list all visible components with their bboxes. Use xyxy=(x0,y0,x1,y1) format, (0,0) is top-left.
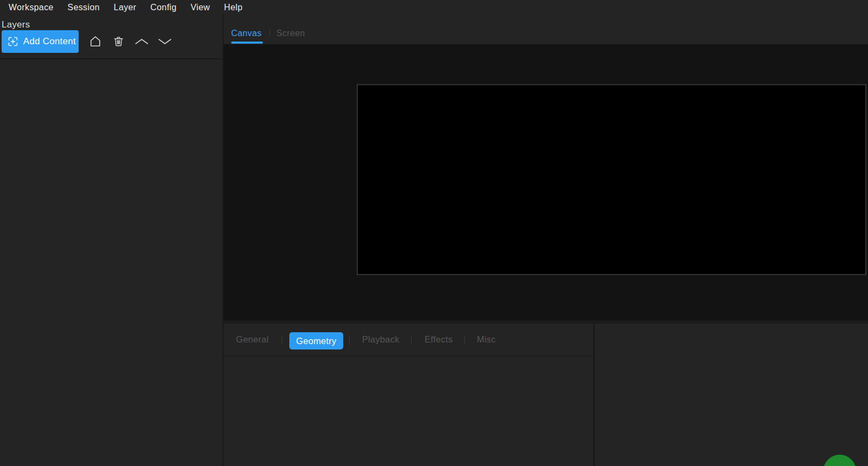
chevron-down-icon xyxy=(157,37,173,46)
properties-tab-divider xyxy=(464,335,465,344)
home-icon xyxy=(88,35,102,49)
tab-screen[interactable]: Screen xyxy=(276,29,305,38)
move-layer-down-button[interactable] xyxy=(153,30,176,53)
menu-config[interactable]: Config xyxy=(150,3,177,12)
viewport-tab-bar: Canvas Screen xyxy=(224,15,868,44)
menu-workspace[interactable]: Workspace xyxy=(9,3,53,12)
tab-general[interactable]: General xyxy=(236,324,269,355)
viewport-tab-divider xyxy=(269,29,270,38)
geometry-properties-body xyxy=(224,357,593,466)
menu-layer[interactable]: Layer xyxy=(114,3,136,12)
add-content-icon xyxy=(8,36,18,47)
menu-bar: Workspace Session Layer Config View Help xyxy=(0,0,868,15)
trash-icon xyxy=(112,35,125,48)
properties-tab-bar: General Geometry Playback Effects Misc xyxy=(224,324,593,355)
properties-tab-divider xyxy=(349,335,350,344)
layers-panel: Layers Add Content xyxy=(0,15,223,466)
add-content-label: Add Content xyxy=(23,36,76,47)
properties-tab-divider xyxy=(411,335,412,344)
tab-playback[interactable]: Playback xyxy=(362,324,399,355)
layers-toolbar: Add Content xyxy=(2,30,176,53)
delete-layer-button[interactable] xyxy=(107,30,130,53)
chevron-up-icon xyxy=(134,37,150,46)
tab-geometry[interactable]: Geometry xyxy=(289,332,343,350)
properties-panel: General Geometry Playback Effects Misc xyxy=(224,324,593,466)
add-content-button[interactable]: Add Content xyxy=(2,30,79,53)
move-layer-up-button[interactable] xyxy=(130,30,153,53)
green-action-fab[interactable] xyxy=(823,455,856,466)
menu-session[interactable]: Session xyxy=(67,3,100,12)
menu-help[interactable]: Help xyxy=(224,3,243,12)
layer-list-empty[interactable] xyxy=(0,59,223,466)
canvas-viewport[interactable] xyxy=(224,44,868,320)
bottom-right-panel xyxy=(595,324,868,466)
tab-misc[interactable]: Misc xyxy=(477,324,496,355)
layers-panel-title: Layers xyxy=(2,19,30,30)
screen-rectangle[interactable] xyxy=(357,84,866,275)
properties-tab-divider xyxy=(282,335,282,344)
home-button[interactable] xyxy=(84,30,107,53)
tab-canvas[interactable]: Canvas xyxy=(231,29,262,38)
menu-view[interactable]: View xyxy=(191,3,210,12)
tab-effects[interactable]: Effects xyxy=(425,324,453,355)
